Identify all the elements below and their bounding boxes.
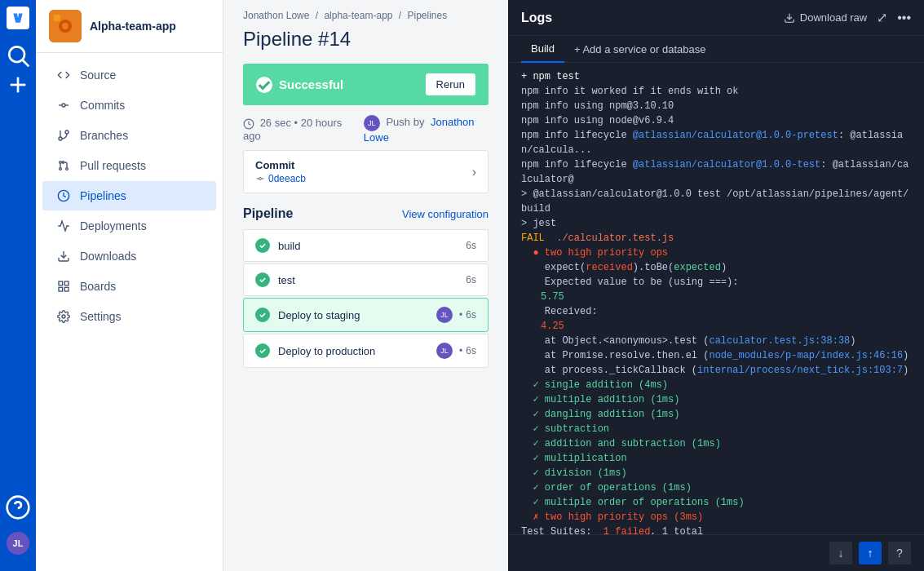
sidebar-label-downloads: Downloads	[80, 250, 136, 263]
svg-rect-24	[59, 287, 63, 291]
log-line: npm info it worked if it ends with ok	[521, 84, 911, 99]
expand-icon[interactable]: ⤢	[877, 10, 887, 25]
sidebar-item-source[interactable]: Source	[42, 60, 216, 90]
rerun-button[interactable]: Rerun	[426, 73, 475, 95]
log-line: ✓ addition and subtraction (1ms)	[521, 436, 911, 451]
log-line: ✓ single addition (4ms)	[521, 378, 911, 392]
logs-actions: Download raw ⤢ •••	[784, 10, 911, 25]
breadcrumb-repo[interactable]: alpha-team-app	[324, 10, 392, 21]
sidebar-item-commits[interactable]: Commits	[42, 91, 216, 120]
pr-icon	[55, 157, 72, 174]
svg-rect-9	[54, 15, 60, 21]
sidebar-item-pipelines[interactable]: Pipelines	[42, 181, 216, 210]
step-name-test: test	[278, 274, 466, 286]
step-check-production	[255, 343, 270, 358]
log-line: > @atlassian/calculator@1.0.0 test /opt/…	[521, 187, 911, 216]
sidebar-item-settings[interactable]: Settings	[42, 302, 216, 331]
add-service-button[interactable]: + Add a service or database	[564, 37, 716, 62]
log-line: ✓ multiple addition (1ms)	[521, 392, 911, 407]
breadcrumb: Jonathon Lowe / alpha-team-app / Pipelin…	[223, 0, 508, 21]
branches-icon	[55, 127, 72, 144]
log-line: at Promise.resolve.then.el (node_modules…	[521, 348, 911, 363]
sidebar-item-pull-requests[interactable]: Pull requests	[42, 151, 216, 180]
scroll-up-button[interactable]: ↑	[859, 542, 882, 564]
step-row-deploy-staging[interactable]: Deploy to staging JL • 6s	[243, 298, 489, 332]
user-avatar[interactable]: JL	[7, 532, 29, 555]
log-line: ✓ subtraction	[521, 422, 911, 436]
sidebar-item-branches[interactable]: Branches	[42, 121, 216, 150]
pipeline-steps-header: Pipeline View configuration	[243, 206, 489, 221]
pipeline-steps: build 6s test 6s Deploy to staging JL •	[243, 229, 489, 368]
pipeline-page: Pipeline #14 Successful Rerun 26 sec •	[223, 21, 508, 571]
pusher-avatar: JL	[364, 115, 380, 131]
view-config-link[interactable]: View configuration	[402, 208, 489, 220]
log-line: at process._tickCallback (internal/proce…	[521, 363, 911, 378]
log-line: ✓ order of operations (1ms)	[521, 480, 911, 495]
log-line: ✓ multiplication	[521, 451, 911, 466]
sidebar-item-downloads[interactable]: Downloads	[42, 241, 216, 271]
sidebar-label-deployments: Deployments	[80, 219, 147, 232]
log-line: ✓ multiple order of operations (1ms)	[521, 495, 911, 510]
tab-build[interactable]: Build	[521, 36, 564, 63]
meta-row: 26 sec • 20 hours ago JL Push by Jonatho…	[243, 115, 489, 144]
step-row-test[interactable]: test 6s	[243, 263, 489, 296]
app-logo[interactable]	[7, 7, 29, 29]
logs-panel: Logs Download raw ⤢ ••• Build + Add a se…	[508, 0, 924, 571]
log-line: npm info lifecycle @atlassian/calculator…	[521, 157, 911, 187]
step-row-build[interactable]: build 6s	[243, 229, 489, 262]
sidebar-item-boards[interactable]: Boards	[42, 272, 216, 301]
scroll-down-button[interactable]: ↓	[829, 542, 852, 564]
commit-hash-link[interactable]: 0deeacb	[268, 173, 306, 184]
pusher-meta: JL Push by Jonathon Lowe	[364, 115, 489, 144]
step-row-deploy-production[interactable]: Deploy to production JL • 6s	[243, 334, 489, 368]
log-line: npm info using node@v6.9.4	[521, 113, 911, 128]
svg-line-1	[23, 60, 29, 66]
log-line: 4.25	[521, 319, 911, 334]
sidebar-label-commits: Commits	[80, 99, 125, 112]
log-line: ✓ division (1ms)	[521, 466, 911, 480]
log-line: at Object.<anonymous>.test (calculator.t…	[521, 334, 911, 348]
log-line: ● two high priority ops	[521, 246, 911, 260]
log-line: npm info lifecycle @atlassian/calculator…	[521, 128, 911, 157]
log-line: + npm test	[521, 69, 911, 84]
step-duration-test: 6s	[466, 274, 476, 286]
step-duration-production: 6s	[466, 345, 476, 356]
commit-box[interactable]: Commit 0deeacb ›	[243, 150, 489, 193]
logs-title: Logs	[521, 11, 552, 25]
logs-body: + npm test npm info it worked if it ends…	[508, 63, 924, 534]
sidebar-label-pull-requests: Pull requests	[80, 159, 146, 172]
sidebar-app-header: Alpha-team-app	[36, 0, 223, 53]
download-icon	[784, 12, 795, 24]
sidebar: Alpha-team-app Source Commits	[36, 0, 223, 571]
sidebar-nav: Source Commits Branches	[36, 53, 223, 571]
pipelines-icon	[55, 188, 72, 204]
breadcrumb-section[interactable]: Pipelines	[408, 10, 448, 21]
sidebar-app-name: Alpha-team-app	[90, 20, 176, 33]
create-icon[interactable]	[5, 72, 31, 98]
step-check-test	[255, 272, 270, 287]
commit-info: Commit 0deeacb	[255, 159, 306, 184]
download-raw-button[interactable]: Download raw	[784, 11, 867, 24]
svg-rect-21	[59, 281, 63, 286]
status-banner: Successful Rerun	[243, 64, 489, 105]
search-icon[interactable]	[5, 42, 31, 69]
svg-point-0	[9, 46, 24, 62]
sidebar-item-deployments[interactable]: Deployments	[42, 211, 216, 241]
log-line: > jest	[521, 216, 911, 231]
svg-point-14	[65, 131, 69, 134]
settings-icon	[55, 308, 72, 325]
boards-icon	[55, 278, 72, 294]
log-line: ✗ two high priority ops (3ms)	[521, 510, 911, 525]
help-icon[interactable]	[5, 494, 31, 520]
svg-point-10	[62, 104, 65, 107]
logs-header: Logs Download raw ⤢ •••	[508, 0, 924, 36]
more-options-icon[interactable]: •••	[897, 11, 911, 25]
log-line: npm info using npm@3.10.10	[521, 99, 911, 113]
svg-rect-23	[64, 287, 69, 291]
log-line: Test Suites: 1 failed, 1 total	[521, 525, 911, 534]
sidebar-label-pipelines: Pipelines	[80, 189, 126, 202]
help-log-button[interactable]: ?	[888, 542, 911, 564]
svg-point-15	[59, 137, 62, 140]
sidebar-label-boards: Boards	[80, 280, 116, 293]
breadcrumb-user[interactable]: Jonathon Lowe	[243, 10, 309, 21]
